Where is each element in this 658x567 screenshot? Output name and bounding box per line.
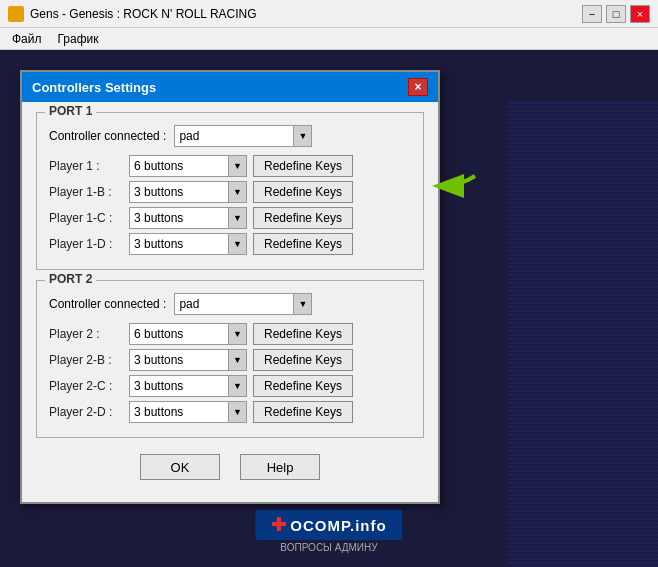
port1-player1-label: Player 1 : [49,159,129,173]
help-button[interactable]: Help [240,454,320,480]
port1-player1d-label: Player 1-D : [49,237,129,251]
port2-player2d-row: Player 2-D : 3 buttons ▼ Redefine Keys [49,401,411,423]
port2-player2c-label: Player 2-C : [49,379,129,393]
port2-player2-redefine-button[interactable]: Redefine Keys [253,323,353,345]
app-icon [8,6,24,22]
port1-player1d-dropdown-arrow[interactable]: ▼ [229,233,247,255]
port1-player1d-redefine-button[interactable]: Redefine Keys [253,233,353,255]
port2-player2-dropdown-arrow[interactable]: ▼ [229,323,247,345]
port2-player2d-label: Player 2-D : [49,405,129,419]
port1-player1d-row: Player 1-D : 3 buttons ▼ Redefine Keys [49,233,411,255]
port1-player1-redefine-button[interactable]: Redefine Keys [253,155,353,177]
port2-player2b-select[interactable]: 3 buttons [129,349,229,371]
port2-controller-row: Controller connected : pad ▼ [49,293,411,315]
port1-player1b-label: Player 1-B : [49,185,129,199]
port1-player1b-redefine-button[interactable]: Redefine Keys [253,181,353,203]
port2-player2c-select[interactable]: 3 buttons [129,375,229,397]
port1-controller-row: Controller connected : pad ▼ [49,125,411,147]
port2-player2b-row: Player 2-B : 3 buttons ▼ Redefine Keys [49,349,411,371]
port1-player1-select[interactable]: 6 buttons [129,155,229,177]
port2-player2c-dropdown-arrow[interactable]: ▼ [229,375,247,397]
port1-player1d-select-container: 3 buttons ▼ [129,233,247,255]
menu-item-graphics[interactable]: График [50,30,107,48]
port2-player2c-redefine-button[interactable]: Redefine Keys [253,375,353,397]
port2-controller-select[interactable]: pad [174,293,294,315]
menu-bar: Файл График [0,28,658,50]
port1-group: PORT 1 Controller connected : pad ▼ Play… [36,112,424,270]
port1-player1b-select-container: 3 buttons ▼ [129,181,247,203]
ok-button[interactable]: OK [140,454,220,480]
port2-controller-dropdown-arrow[interactable]: ▼ [294,293,312,315]
port1-player1-dropdown-arrow[interactable]: ▼ [229,155,247,177]
port2-player2d-redefine-button[interactable]: Redefine Keys [253,401,353,423]
port2-player2b-label: Player 2-B : [49,353,129,367]
port1-controller-label: Controller connected : [49,129,166,143]
port2-player2d-select[interactable]: 3 buttons [129,401,229,423]
close-button[interactable]: × [630,5,650,23]
port2-player2-label: Player 2 : [49,327,129,341]
port1-player1d-select[interactable]: 3 buttons [129,233,229,255]
dialog-close-button[interactable]: × [408,78,428,96]
port2-player2d-dropdown-arrow[interactable]: ▼ [229,401,247,423]
dialog-title-bar: Controllers Settings × [22,72,438,102]
controllers-settings-dialog: Controllers Settings × PORT 1 Controller… [20,70,440,504]
port1-controller-select[interactable]: pad [174,125,294,147]
dialog-content: PORT 1 Controller connected : pad ▼ Play… [22,102,438,502]
port1-player1c-select-container: 3 buttons ▼ [129,207,247,229]
port2-player2c-select-container: 3 buttons ▼ [129,375,247,397]
port2-controller-select-container: pad ▼ [174,293,312,315]
port1-label: PORT 1 [45,104,96,118]
dialog-title: Controllers Settings [32,80,156,95]
port2-label: PORT 2 [45,272,96,286]
menu-item-file[interactable]: Файл [4,30,50,48]
port1-player1b-dropdown-arrow[interactable]: ▼ [229,181,247,203]
port2-player2d-select-container: 3 buttons ▼ [129,401,247,423]
dialog-overlay: Controllers Settings × PORT 1 Controller… [0,50,658,567]
app-title: Gens - Genesis : ROCK N' ROLL RACING [30,7,582,21]
title-bar: Gens - Genesis : ROCK N' ROLL RACING − □… [0,0,658,28]
port2-player2-row: Player 2 : 6 buttons ▼ Redefine Keys [49,323,411,345]
port1-player1c-row: Player 1-C : 3 buttons ▼ Redefine Keys [49,207,411,229]
port1-player1-select-container: 6 buttons ▼ [129,155,247,177]
port1-player1b-row: Player 1-B : 3 buttons ▼ Redefine Keys [49,181,411,203]
port1-player1-row: Player 1 : 6 buttons ▼ Redefine Keys [49,155,411,177]
window-controls: − □ × [582,5,650,23]
port1-controller-dropdown-arrow[interactable]: ▼ [294,125,312,147]
port2-player2-select-container: 6 buttons ▼ [129,323,247,345]
port1-controller-select-container: pad ▼ [174,125,312,147]
port2-player2b-dropdown-arrow[interactable]: ▼ [229,349,247,371]
port2-player2b-redefine-button[interactable]: Redefine Keys [253,349,353,371]
maximize-button[interactable]: □ [606,5,626,23]
port1-player1c-redefine-button[interactable]: Redefine Keys [253,207,353,229]
port2-controller-label: Controller connected : [49,297,166,311]
port2-player2c-row: Player 2-C : 3 buttons ▼ Redefine Keys [49,375,411,397]
port2-player2-select[interactable]: 6 buttons [129,323,229,345]
port2-group: PORT 2 Controller connected : pad ▼ Play… [36,280,424,438]
dialog-footer: OK Help [36,448,424,490]
minimize-button[interactable]: − [582,5,602,23]
port1-player1c-label: Player 1-C : [49,211,129,225]
port1-player1c-select[interactable]: 3 buttons [129,207,229,229]
port1-player1b-select[interactable]: 3 buttons [129,181,229,203]
port2-player2b-select-container: 3 buttons ▼ [129,349,247,371]
port1-player1c-dropdown-arrow[interactable]: ▼ [229,207,247,229]
